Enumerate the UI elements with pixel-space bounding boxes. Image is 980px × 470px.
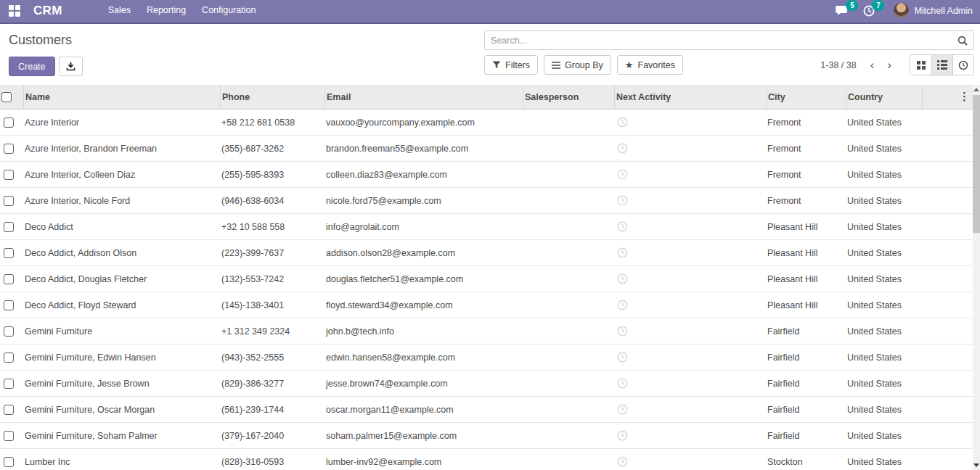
menu-configuration[interactable]: Configuration bbox=[194, 0, 264, 22]
next-activity-clock-icon[interactable] bbox=[617, 456, 628, 467]
next-activity-clock-icon[interactable] bbox=[617, 195, 628, 206]
control-panel: Customers Create bbox=[0, 24, 980, 85]
header-city[interactable]: City bbox=[766, 85, 846, 109]
next-activity-clock-icon[interactable] bbox=[617, 247, 628, 258]
header-salesperson[interactable]: Salesperson bbox=[523, 85, 614, 109]
row-checkbox-cell bbox=[0, 326, 23, 337]
scroll-down-arrow[interactable] bbox=[973, 463, 979, 467]
menu-sales[interactable]: Sales bbox=[100, 0, 139, 22]
filters-button[interactable]: Filters bbox=[484, 55, 538, 75]
search-input[interactable] bbox=[485, 36, 952, 46]
table-row[interactable]: Deco Addict, Douglas Fletcher (132)-553-… bbox=[0, 266, 973, 292]
row-checkbox-cell bbox=[0, 144, 23, 154]
row-checkbox[interactable] bbox=[4, 457, 14, 467]
row-checkbox-cell bbox=[0, 457, 23, 467]
row-checkbox-cell bbox=[0, 118, 23, 128]
filter-icon bbox=[492, 61, 501, 69]
kanban-view-button[interactable] bbox=[910, 55, 931, 75]
pager-value[interactable]: 1-38 / 38 bbox=[820, 60, 856, 70]
messages-button[interactable]: 5 bbox=[836, 5, 849, 17]
user-menu[interactable]: Mitchell Admin bbox=[894, 3, 973, 18]
activity-clock-icon bbox=[958, 60, 968, 70]
cell-city: Fairfield bbox=[766, 431, 846, 441]
row-checkbox[interactable] bbox=[4, 431, 14, 441]
row-checkbox[interactable] bbox=[4, 144, 14, 154]
next-activity-clock-icon[interactable] bbox=[617, 378, 628, 389]
row-checkbox[interactable] bbox=[4, 196, 14, 206]
cell-name: Gemini Furniture, Oscar Morgan bbox=[23, 405, 220, 415]
row-checkbox[interactable] bbox=[4, 326, 14, 337]
header-name[interactable]: Name bbox=[23, 85, 220, 109]
cell-email: colleen.diaz83@example.com bbox=[324, 170, 523, 180]
group-by-button[interactable]: Group By bbox=[544, 55, 611, 75]
pager-next[interactable]: › bbox=[881, 56, 898, 74]
table-row[interactable]: Gemini Furniture +1 312 349 2324 john.b@… bbox=[0, 318, 973, 345]
group-by-icon bbox=[552, 62, 560, 69]
search-button[interactable] bbox=[952, 36, 973, 46]
next-activity-clock-icon[interactable] bbox=[617, 117, 628, 128]
row-checkbox[interactable] bbox=[4, 248, 14, 258]
table-row[interactable]: Azure Interior, Colleen Diaz (255)-595-8… bbox=[0, 162, 973, 188]
cell-next-activity bbox=[614, 352, 766, 363]
cell-phone: (828)-316-0593 bbox=[220, 457, 324, 467]
next-activity-clock-icon[interactable] bbox=[617, 300, 628, 310]
table-row[interactable]: Gemini Furniture, Oscar Morgan (561)-239… bbox=[0, 397, 973, 423]
row-checkbox[interactable] bbox=[4, 118, 14, 128]
table-row[interactable]: Gemini Furniture, Soham Palmer (379)-167… bbox=[0, 423, 973, 449]
scrollbar-thumb[interactable] bbox=[973, 95, 980, 233]
create-button[interactable]: Create bbox=[9, 57, 55, 76]
next-activity-clock-icon[interactable] bbox=[617, 352, 628, 363]
cell-name: Gemini Furniture, Jesse Brown bbox=[23, 379, 220, 389]
row-checkbox[interactable] bbox=[4, 222, 14, 232]
activities-button[interactable]: 7 bbox=[863, 5, 875, 17]
table-row[interactable]: Lumber Inc (828)-316-0593 lumber-inv92@e… bbox=[0, 449, 973, 470]
cell-next-activity bbox=[614, 326, 766, 337]
table-row[interactable]: Gemini Furniture, Jesse Brown (829)-386-… bbox=[0, 371, 973, 397]
export-button[interactable] bbox=[59, 57, 83, 76]
row-checkbox[interactable] bbox=[4, 170, 14, 180]
cell-city: Fremont bbox=[766, 196, 846, 206]
cell-phone: +1 312 349 2324 bbox=[220, 326, 324, 337]
cell-next-activity bbox=[614, 195, 766, 206]
cell-city: Pleasant Hill bbox=[766, 222, 846, 232]
table-row[interactable]: Deco Addict, Addison Olson (223)-399-763… bbox=[0, 240, 973, 266]
app-brand[interactable]: CRM bbox=[33, 4, 62, 18]
activity-view-button[interactable] bbox=[952, 55, 973, 75]
next-activity-clock-icon[interactable] bbox=[617, 430, 628, 441]
menu-reporting[interactable]: Reporting bbox=[139, 0, 194, 22]
cell-phone: (829)-386-3277 bbox=[220, 379, 324, 389]
scroll-up-arrow[interactable] bbox=[973, 88, 979, 91]
row-checkbox[interactable] bbox=[4, 274, 14, 284]
apps-menu-icon[interactable] bbox=[9, 5, 20, 17]
list-view-button[interactable] bbox=[931, 55, 952, 75]
cell-country: United States bbox=[846, 352, 922, 363]
cell-name: Gemini Furniture, Soham Palmer bbox=[23, 431, 220, 441]
vertical-scrollbar[interactable] bbox=[973, 85, 980, 470]
cell-city: Fairfield bbox=[766, 352, 846, 363]
table-row[interactable]: Deco Addict, Floyd Steward (145)-138-340… bbox=[0, 292, 973, 318]
next-activity-clock-icon[interactable] bbox=[617, 143, 628, 154]
table-row[interactable]: Azure Interior, Brandon Freeman (355)-68… bbox=[0, 136, 973, 162]
header-next-activity[interactable]: Next Activity bbox=[614, 85, 766, 109]
select-all-checkbox[interactable] bbox=[1, 92, 12, 102]
next-activity-clock-icon[interactable] bbox=[617, 404, 628, 415]
next-activity-clock-icon[interactable] bbox=[617, 326, 628, 337]
row-checkbox[interactable] bbox=[4, 379, 14, 389]
header-phone[interactable]: Phone bbox=[220, 85, 324, 109]
table-row[interactable]: Deco Addict +32 10 588 558 info@agrolait… bbox=[0, 214, 973, 240]
table-row[interactable]: Gemini Furniture, Edwin Hansen (943)-352… bbox=[0, 345, 973, 371]
row-checkbox[interactable] bbox=[4, 405, 14, 415]
pager-previous[interactable]: ‹ bbox=[864, 56, 881, 74]
favorites-button[interactable]: ★ Favorites bbox=[617, 55, 683, 75]
next-activity-clock-icon[interactable] bbox=[617, 273, 628, 284]
optional-columns-button[interactable]: ⋮ bbox=[959, 88, 970, 104]
row-checkbox[interactable] bbox=[4, 300, 14, 310]
table-row[interactable]: Azure Interior, Nicole Ford (946)-638-60… bbox=[0, 188, 973, 214]
next-activity-clock-icon[interactable] bbox=[617, 169, 628, 180]
row-checkbox[interactable] bbox=[4, 352, 14, 363]
table-row[interactable]: Azure Interior +58 212 681 0538 vauxoo@y… bbox=[0, 110, 973, 136]
header-country[interactable]: Country bbox=[846, 85, 922, 109]
cell-city: Pleasant Hill bbox=[766, 300, 846, 310]
next-activity-clock-icon[interactable] bbox=[617, 221, 628, 232]
header-email[interactable]: Email bbox=[324, 85, 523, 109]
